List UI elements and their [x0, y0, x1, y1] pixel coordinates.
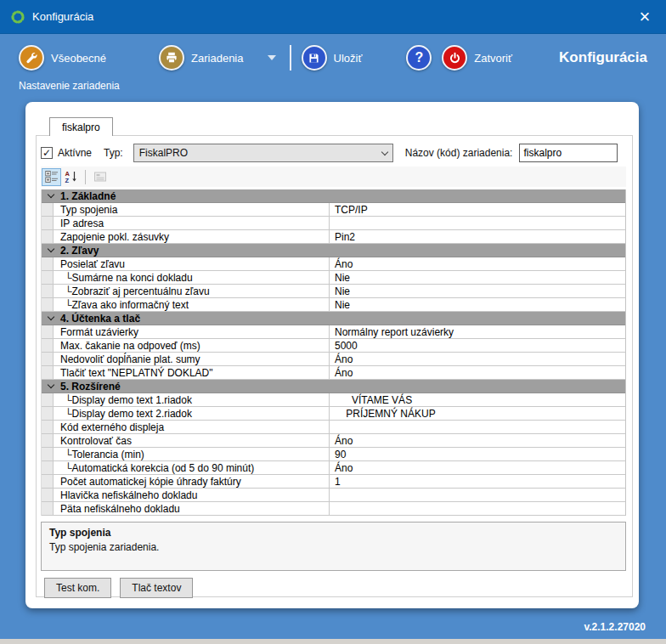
category-label: 1. Základné: [60, 190, 116, 202]
main-toolbar: Všeobecné Zariadenia: [0, 37, 666, 78]
property-value[interactable]: [330, 421, 625, 433]
category-label: 2. Zľavy: [60, 245, 99, 257]
toolbar-separator: [290, 45, 291, 71]
property-value[interactable]: [330, 217, 625, 229]
save-button[interactable]: Uložiť: [302, 45, 363, 71]
test-communication-button[interactable]: Test kom.: [44, 578, 111, 598]
property-value[interactable]: 5000: [330, 339, 625, 352]
property-name[interactable]: Posielať zľavu: [54, 257, 330, 270]
grid-property-row[interactable]: Kontrolovať časÁno: [42, 434, 625, 448]
breadcrumb: Nastavenie zariadenia: [19, 80, 120, 92]
grid-property-row[interactable]: Posielať zľavuÁno: [42, 257, 625, 271]
property-name[interactable]: └Zobraziť aj percentuálnu zľavu: [54, 285, 330, 297]
property-value[interactable]: Pin2: [330, 230, 625, 243]
grid-property-row[interactable]: Tlačiť text "NEPLATNÝ DOKLAD"Áno: [42, 366, 625, 380]
property-name[interactable]: └Automatická korekcia (od 5 do 90 minút): [54, 461, 330, 474]
property-value[interactable]: [330, 502, 625, 515]
property-name[interactable]: Hlavička nefiskálneho dokladu: [54, 489, 330, 501]
grid-property-row[interactable]: └Display demo text 1.riadok VÍTAME VÁS: [42, 393, 625, 407]
property-value[interactable]: [330, 489, 625, 501]
close-window-button[interactable]: Zatvoriť: [442, 45, 512, 71]
grid-property-row[interactable]: └Display demo text 2.riadok PRÍJEMNÝ NÁK…: [42, 407, 625, 421]
general-button[interactable]: Všeobecné: [19, 45, 106, 71]
grid-property-row[interactable]: └Zobraziť aj percentuálnu zľavuNie: [42, 285, 625, 298]
property-value[interactable]: Áno: [330, 353, 625, 365]
property-name[interactable]: Päta nefiskálneho dokladu: [54, 502, 330, 515]
active-checkbox[interactable]: ✓: [41, 147, 53, 159]
grid-property-row[interactable]: Päta nefiskálneho dokladu: [42, 502, 625, 516]
property-name[interactable]: Nedovoliť dopĺňanie plat. sumy: [54, 353, 330, 365]
devices-dropdown-chevron-icon[interactable]: [268, 55, 276, 60]
grid-property-row[interactable]: Kód externého displeja: [42, 421, 625, 434]
property-name[interactable]: Tlačiť text "NEPLATNÝ DOKLAD": [54, 366, 330, 379]
grid-property-row[interactable]: Formát uzávierkyNormálny report uzávierk…: [42, 325, 625, 339]
tab-page: ✓ Aktívne Typ: FiskalPRO Názov (kód) zar…: [36, 135, 633, 597]
devices-button[interactable]: Zariadenia: [159, 45, 243, 71]
property-name[interactable]: Typ spojenia: [54, 203, 330, 216]
power-icon: [442, 45, 467, 71]
svg-text:Z: Z: [65, 177, 69, 184]
property-name[interactable]: Kontrolovať čas: [54, 434, 330, 447]
grid-category-row[interactable]: 2. Zľavy: [42, 244, 625, 257]
chevron-down-icon[interactable]: [42, 195, 60, 197]
grid-property-row[interactable]: Max. čakanie na odpoveď (ms)5000: [42, 339, 625, 353]
property-value[interactable]: Áno: [330, 434, 625, 447]
grid-category-row[interactable]: 1. Základné: [42, 189, 625, 203]
grid-property-row[interactable]: Nedovoliť dopĺňanie plat. sumyÁno: [42, 353, 625, 366]
configuration-window: Konfigurácia × Všeobecné Zariadenia: [0, 0, 666, 644]
chevron-down-icon[interactable]: [42, 249, 60, 251]
property-value[interactable]: 90: [330, 448, 625, 460]
help-button[interactable]: ?: [406, 45, 432, 71]
chevron-down-icon[interactable]: [42, 317, 60, 319]
grid-property-row[interactable]: └Automatická korekcia (od 5 do 90 minút)…: [42, 461, 625, 475]
grid-property-row[interactable]: Typ spojeniaTCP/IP: [42, 203, 625, 217]
grid-property-row[interactable]: └Zľava ako informačný textNie: [42, 298, 625, 312]
property-name[interactable]: Kód externého displeja: [54, 421, 330, 433]
property-name[interactable]: └Sumárne na konci dokladu: [54, 271, 330, 284]
property-name[interactable]: Zapojenie pokl. zásuvky: [54, 230, 330, 243]
property-name[interactable]: Max. čakanie na odpoveď (ms): [54, 339, 330, 352]
property-value[interactable]: Nie: [330, 298, 625, 311]
row-gutter: [42, 366, 54, 379]
property-value[interactable]: Áno: [330, 366, 625, 379]
grid-property-row[interactable]: Počet automatickej kópie úhrady faktúry1: [42, 475, 625, 489]
grid-property-row[interactable]: Zapojenie pokl. zásuvkyPin2: [42, 230, 625, 244]
property-value[interactable]: VÍTAME VÁS: [330, 393, 625, 406]
floppy-save-icon: [302, 45, 327, 71]
grid-category-row[interactable]: 4. Účtenka a tlač: [42, 312, 625, 325]
property-value[interactable]: Áno: [330, 257, 625, 270]
sort-alphabetical-button[interactable]: A Z: [61, 168, 81, 186]
row-gutter: [42, 339, 54, 352]
property-value[interactable]: Áno: [330, 461, 625, 474]
grid-property-row[interactable]: Hlavička nefiskálneho dokladu: [42, 489, 625, 502]
property-name[interactable]: └Display demo text 2.riadok: [54, 407, 330, 420]
property-value[interactable]: Nie: [330, 271, 625, 284]
property-name[interactable]: └Zľava ako informačný text: [54, 298, 330, 311]
device-name-input[interactable]: [519, 144, 618, 162]
row-gutter: [42, 217, 54, 229]
grid-category-row[interactable]: 5. Rozšírené: [42, 380, 625, 393]
property-name[interactable]: IP adresa: [54, 217, 330, 229]
grid-property-row[interactable]: └Tolerancia (min)90: [42, 448, 625, 461]
print-texts-button[interactable]: Tlač textov: [120, 578, 193, 598]
property-value[interactable]: PRÍJEMNÝ NÁKUP: [330, 407, 625, 420]
type-label: Typ:: [104, 147, 123, 159]
property-name[interactable]: └Display demo text 1.riadok: [54, 393, 330, 406]
description-text: Typ spojenia zariadenia.: [49, 541, 618, 553]
categorized-view-button[interactable]: [42, 168, 61, 186]
row-gutter: [42, 298, 54, 311]
property-value[interactable]: Normálny report uzávierky: [330, 325, 625, 338]
printer-icon: [159, 45, 184, 71]
property-name[interactable]: └Tolerancia (min): [54, 448, 330, 460]
close-icon[interactable]: ×: [632, 8, 658, 25]
property-name[interactable]: Počet automatickej kópie úhrady faktúry: [54, 475, 330, 488]
property-value[interactable]: 1: [330, 475, 625, 488]
property-value[interactable]: TCP/IP: [330, 203, 625, 216]
grid-property-row[interactable]: └Sumárne na konci dokladuNie: [42, 271, 625, 285]
device-type-select[interactable]: FiskalPRO: [133, 144, 393, 162]
property-name[interactable]: Formát uzávierky: [54, 325, 330, 338]
tab-fiskalpro[interactable]: fiskalpro: [49, 117, 113, 136]
chevron-down-icon[interactable]: [42, 385, 60, 387]
grid-property-row[interactable]: IP adresa: [42, 217, 625, 230]
property-value[interactable]: Nie: [330, 285, 625, 297]
